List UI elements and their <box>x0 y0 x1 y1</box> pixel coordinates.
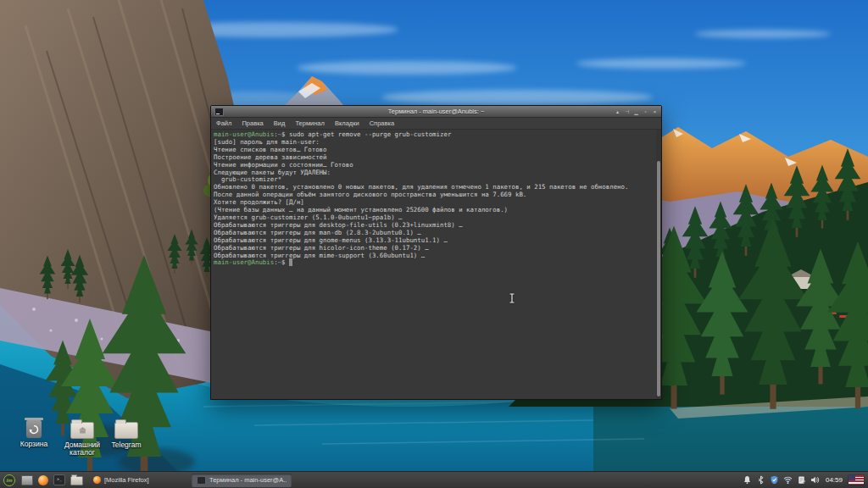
bluetooth-icon[interactable] <box>756 475 765 485</box>
menu-edit[interactable]: Правка <box>236 119 268 127</box>
window-controls: ▴ ⊣ ▁ ▫ × <box>615 108 658 115</box>
firefox-launcher-icon[interactable] <box>38 475 48 485</box>
terminal-titlebar[interactable]: Терминал - main-user@Anubis: ~ ▴ ⊣ ▁ ▫ × <box>211 106 661 118</box>
minimize-button[interactable]: ▁ <box>633 108 639 115</box>
menu-view[interactable]: Вид <box>269 119 291 127</box>
menu-tabs[interactable]: Вкладки <box>330 119 364 127</box>
terminal-title: Терминал - main-user@Anubis: ~ <box>211 108 661 115</box>
recycle-glyph <box>29 424 39 435</box>
terminal-menubar: Файл Правка Вид Терминал Вкладки Справка <box>211 118 661 130</box>
window-list: [Mozilla Firefox] Терминал - main-user@A… <box>88 474 292 487</box>
window-button-label: [Mozilla Firefox] <box>104 476 149 484</box>
desktop-icon-label: Telegram <box>99 441 153 449</box>
terminal-output[interactable]: main-user@Anubis:~$ sudo apt-get remove … <box>214 131 654 399</box>
desktop-icon-telegram[interactable]: Telegram <box>99 422 153 449</box>
keyboard-layout-flag-icon[interactable] <box>849 475 864 485</box>
desktop-icon-label: Корзина <box>7 441 61 448</box>
taskbar-window-terminal[interactable]: Терминал - main-user@A... <box>192 474 292 487</box>
wifi-icon[interactable] <box>783 475 793 485</box>
terminal-line: main-user@Anubis:~$ <box>214 259 654 267</box>
terminal-launcher-icon[interactable]: >_ <box>53 474 65 485</box>
notifications-bell-icon[interactable] <box>743 475 752 485</box>
taskbar-window-firefox[interactable]: [Mozilla Firefox] <box>88 474 183 487</box>
scrollbar-thumb[interactable] <box>657 161 660 396</box>
mint-menu-button[interactable]: lm <box>0 472 19 488</box>
system-tray: 04:59 <box>743 475 868 485</box>
pin-button[interactable]: ⊣ <box>624 108 630 115</box>
panel-launchers: >_ <box>21 474 83 485</box>
desktop-icon-label: Домашний каталог <box>60 441 104 457</box>
firefox-icon <box>93 476 101 484</box>
menu-help[interactable]: Справка <box>364 119 399 127</box>
taskbar: lm >_ [Mozilla Firefox] Терминал - main-… <box>0 471 868 488</box>
terminal-icon <box>197 476 206 485</box>
maximize-button[interactable]: ▫ <box>643 108 648 115</box>
home-folder-icon <box>70 422 94 439</box>
desktop-icon-trash[interactable]: Корзина <box>7 420 61 448</box>
terminal-app-icon <box>214 108 224 116</box>
files-launcher-icon[interactable] <box>70 476 83 485</box>
menu-terminal[interactable]: Терминал <box>290 119 330 127</box>
home-emblem-icon <box>79 427 86 434</box>
trash-icon <box>26 420 42 438</box>
show-desktop-icon[interactable] <box>21 475 33 485</box>
ibeam-cursor <box>509 293 515 303</box>
terminal-scrollbar[interactable] <box>656 130 661 399</box>
menu-file[interactable]: Файл <box>211 119 236 127</box>
terminal-window: Терминал - main-user@Anubis: ~ ▴ ⊣ ▁ ▫ ×… <box>210 105 662 400</box>
close-button[interactable]: × <box>652 108 658 115</box>
desktop: Корзина Домашний каталог Telegram Термин… <box>0 0 868 488</box>
notes-icon[interactable] <box>797 475 806 485</box>
window-button-label: Терминал - main-user@A... <box>209 476 287 484</box>
mint-logo-icon: lm <box>3 474 15 486</box>
folder-icon <box>114 422 138 439</box>
shade-button[interactable]: ▴ <box>615 108 620 115</box>
update-shield-icon[interactable] <box>770 475 779 485</box>
volume-icon[interactable] <box>810 475 820 485</box>
clock[interactable]: 04:59 <box>826 476 843 484</box>
